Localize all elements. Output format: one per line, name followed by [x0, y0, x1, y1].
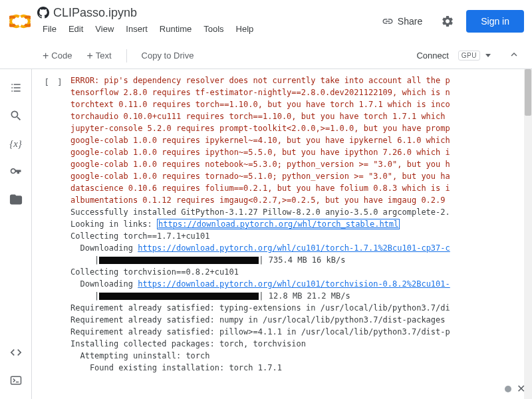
github-icon: [37, 7, 49, 19]
output-line: |: [70, 255, 99, 265]
code-cell: [ ] ERROR: pip's dependency resolver doe…: [32, 69, 532, 374]
status-indicator-icon: [505, 386, 511, 392]
menu-insert[interactable]: Insert: [120, 21, 153, 37]
link-icon: [382, 15, 394, 27]
output-line: Downloading: [70, 243, 138, 253]
sidebar-secrets[interactable]: [4, 160, 28, 184]
gpu-badge: GPU: [458, 51, 480, 61]
svg-rect-0: [11, 376, 21, 384]
toc-icon: [9, 81, 23, 94]
code-icon: [9, 346, 23, 359]
menu-view[interactable]: View: [90, 21, 119, 37]
output-line: Collecting torchvision==0.8.2+cu101: [70, 267, 239, 277]
variable-icon: {x}: [9, 138, 22, 150]
output-line: Installing collected packages: torch, to…: [70, 339, 306, 348]
output-line: Found existing installation: torch 1.7.1: [70, 363, 282, 372]
signin-button[interactable]: Sign in: [466, 10, 524, 33]
add-code-button[interactable]: +Code: [37, 48, 77, 64]
status-bar: ✕: [505, 382, 525, 395]
output-line: tensorflow 2.8.0 requires tf-estimator-n…: [70, 88, 450, 97]
output-line: google-colab 1.0.0 requires ipykernel~=4…: [70, 136, 450, 145]
notebook-content[interactable]: [ ] ERROR: pip's dependency resolver doe…: [32, 69, 532, 399]
output-line: datascience 0.10.6 requires folium==0.2.…: [70, 184, 450, 193]
add-text-button[interactable]: +Text: [81, 48, 116, 64]
output-line: jupyter-console 5.2.0 requires prompt-to…: [70, 124, 450, 133]
menu-file[interactable]: File: [37, 21, 62, 37]
menu-runtime[interactable]: Runtime: [154, 21, 197, 37]
sidebar-search[interactable]: [4, 104, 28, 128]
output-line: Looking in links:: [70, 219, 157, 229]
sidebar-terminal[interactable]: [4, 368, 28, 392]
scrollbar[interactable]: [524, 69, 532, 399]
main: {x} [ ] ERROR: pip's dependency resolver…: [0, 69, 532, 399]
sidebar: {x}: [0, 69, 32, 399]
output-line: Requirement already satisfied: typing-ex…: [70, 303, 450, 313]
output-line: google-colab 1.0.0 requires tornado~=5.1…: [70, 172, 450, 181]
output-line: Successfully installed GitPython-3.1.27 …: [70, 207, 450, 217]
progress-bar: [99, 293, 259, 300]
toolbar: +Code +Text Copy to Drive Connect GPU: [0, 43, 532, 69]
output-line: ERROR: pip's dependency resolver does no…: [70, 76, 450, 85]
chevron-down-icon: [485, 54, 491, 57]
connect-button[interactable]: Connect GPU: [411, 48, 496, 63]
toggle-header-button[interactable]: [501, 45, 527, 66]
progress-bar: [99, 257, 259, 264]
share-button[interactable]: Share: [375, 11, 429, 31]
output-line: Requirement already satisfied: pillow>=4…: [70, 327, 450, 336]
sidebar-files[interactable]: [4, 188, 28, 211]
header: CLIPasso.ipynb File Edit View Insert Run…: [0, 0, 532, 43]
sidebar-snippets[interactable]: [4, 340, 28, 364]
gear-icon: [441, 15, 454, 28]
close-icon[interactable]: ✕: [517, 382, 525, 395]
menu-edit[interactable]: Edit: [63, 21, 88, 37]
output-line: google-colab 1.0.0 requires notebook~=5.…: [70, 160, 450, 169]
copy-to-drive-button[interactable]: Copy to Drive: [136, 48, 200, 63]
output-line: | 12.8 MB 21.2 MB/s: [259, 291, 350, 301]
output-line: albumentations 0.1.12 requires imgaug<0.…: [70, 196, 450, 205]
notebook-title[interactable]: CLIPasso.ipynb: [53, 6, 137, 20]
sidebar-toc[interactable]: [4, 76, 28, 100]
output-link[interactable]: https://download.pytorch.org/whl/cu101/t…: [138, 243, 450, 253]
output-line: torchtext 0.11.0 requires torch==1.10.0,…: [70, 100, 450, 109]
title-area: CLIPasso.ipynb File Edit View Insert Run…: [37, 6, 375, 37]
menu-tools[interactable]: Tools: [198, 21, 229, 37]
cell-execution-indicator[interactable]: [ ]: [37, 74, 70, 374]
key-icon: [9, 165, 23, 178]
divider: [126, 49, 127, 63]
output-link[interactable]: https://download.pytorch.org/whl/cu101/t…: [138, 279, 450, 289]
output-line: torchaudio 0.10.0+cu111 requires torch==…: [70, 112, 450, 121]
cell-output: ERROR: pip's dependency resolver does no…: [70, 74, 527, 374]
output-line: |: [70, 291, 99, 301]
scrollbar-thumb[interactable]: [525, 69, 531, 116]
terminal-icon: [9, 374, 23, 387]
output-line: | 735.4 MB 16 kB/s: [259, 255, 345, 265]
output-line: Downloading: [70, 279, 138, 289]
output-line: google-colab 1.0.0 requires ipython~=5.5…: [70, 148, 450, 157]
menu-bar: File Edit View Insert Runtime Tools Help: [37, 21, 375, 37]
menu-help[interactable]: Help: [231, 21, 259, 37]
output-line: Collecting torch==1.7.1+cu101: [70, 231, 210, 241]
search-icon: [9, 109, 23, 122]
folder-icon: [9, 193, 23, 206]
output-line: Requirement already satisfied: numpy in …: [70, 315, 450, 325]
sidebar-variables[interactable]: {x}: [4, 132, 28, 156]
settings-button[interactable]: [437, 11, 458, 32]
output-line: Attempting uninstall: torch: [70, 351, 210, 360]
colab-logo[interactable]: [8, 9, 32, 33]
output-link[interactable]: https://download.pytorch.org/whl/torch_s…: [157, 219, 400, 229]
chevron-up-icon: [508, 49, 520, 61]
